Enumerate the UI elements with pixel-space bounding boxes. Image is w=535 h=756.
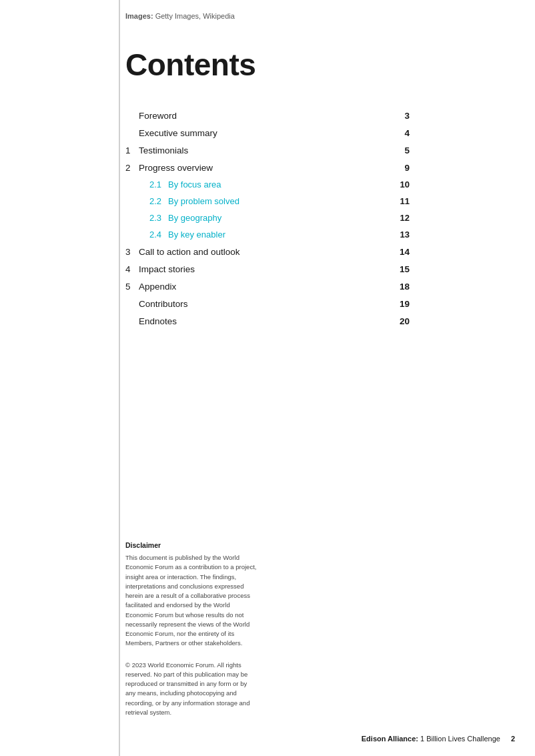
toc-number: 1 — [125, 145, 139, 155]
toc-sub-page: 11 — [393, 196, 410, 206]
toc-page: 18 — [393, 282, 410, 292]
top-bar: Images: Getty Images, Wikipedia — [0, 0, 535, 27]
footer-brand: Edison Alliance: 1 Billion Lives Challen… — [362, 735, 500, 743]
image-credits: Images: Getty Images, Wikipedia — [125, 12, 235, 20]
toc-item-appendix[interactable]: 5 Appendix 18 — [125, 278, 410, 295]
toc-sub-number: 2.4 — [149, 230, 168, 240]
toc-number: 3 — [125, 247, 139, 257]
toc-sub-number: 2.2 — [149, 196, 168, 206]
toc-subitem-key-enabler[interactable]: 2.4 By key enabler 13 — [125, 226, 410, 243]
toc-subitem-problem-solved[interactable]: 2.2 By problem solved 11 — [125, 193, 410, 210]
toc-label: Testimonials — [139, 145, 393, 155]
toc-page: 9 — [393, 163, 410, 173]
page-title: Contents — [125, 47, 410, 83]
toc-item-impact-stories[interactable]: 4 Impact stories 15 — [125, 260, 410, 278]
toc-sub-number: 2.3 — [149, 213, 168, 223]
toc-item-contributors[interactable]: Contributors 19 — [125, 295, 410, 312]
toc-subitem-geography[interactable]: 2.3 By geography 12 — [125, 210, 410, 226]
page: Images: Getty Images, Wikipedia Contents… — [0, 0, 535, 756]
toc-subitem-focus-area[interactable]: 2.1 By focus area 10 — [125, 176, 410, 193]
toc-sub-label: By geography — [168, 213, 393, 223]
toc-page: 5 — [393, 145, 410, 155]
disclaimer-body: This document is published by the World … — [125, 553, 259, 649]
toc-sub-label: By problem solved — [168, 196, 393, 206]
toc-item-call-to-action[interactable]: 3 Call to action and outlook 14 — [125, 243, 410, 260]
toc-number: 5 — [125, 282, 139, 292]
toc-number: 2 — [125, 163, 139, 173]
toc-page: 4 — [393, 128, 410, 138]
toc-page: 3 — [393, 111, 410, 121]
toc-page: 14 — [393, 247, 410, 257]
footer: Edison Alliance: 1 Billion Lives Challen… — [0, 735, 535, 743]
toc-page: 20 — [393, 316, 410, 326]
toc-item-executive-summary[interactable]: Executive summary 4 — [125, 124, 410, 141]
toc-number: 4 — [125, 264, 139, 274]
toc-label: Appendix — [139, 282, 393, 292]
toc-label: Call to action and outlook — [139, 247, 393, 257]
toc-label: Endnotes — [139, 316, 393, 326]
toc-label: Progress overview — [139, 163, 393, 173]
toc-label: Contributors — [139, 299, 393, 309]
disclaimer-copyright: © 2023 World Economic Forum. All rights … — [125, 661, 259, 718]
disclaimer-section: Disclaimer This document is published by… — [125, 541, 259, 717]
toc-sub-number: 2.1 — [149, 179, 168, 190]
toc-label: Impact stories — [139, 264, 393, 274]
toc-page: 15 — [393, 264, 410, 274]
footer-page-number: 2 — [511, 735, 515, 743]
toc-sub-page: 10 — [393, 179, 410, 190]
toc-sub-label: By focus area — [168, 179, 393, 190]
toc-item-testimonials[interactable]: 1 Testimonials 5 — [125, 141, 410, 159]
toc-page: 19 — [393, 299, 410, 309]
left-border-decoration — [119, 0, 120, 756]
toc-sub-page: 13 — [393, 230, 410, 240]
toc-sub-label: By key enabler — [168, 230, 393, 240]
disclaimer-title: Disclaimer — [125, 541, 259, 549]
content-area: Contents Foreword 3 Executive summary 4 … — [0, 27, 535, 330]
toc-item-endnotes[interactable]: Endnotes 20 — [125, 312, 410, 330]
table-of-contents: Foreword 3 Executive summary 4 1 Testimo… — [125, 107, 410, 330]
toc-label: Executive summary — [139, 128, 393, 138]
toc-item-progress-overview[interactable]: 2 Progress overview 9 — [125, 159, 410, 176]
toc-label: Foreword — [139, 111, 393, 121]
toc-sub-page: 12 — [393, 213, 410, 223]
toc-item-foreword[interactable]: Foreword 3 — [125, 107, 410, 124]
